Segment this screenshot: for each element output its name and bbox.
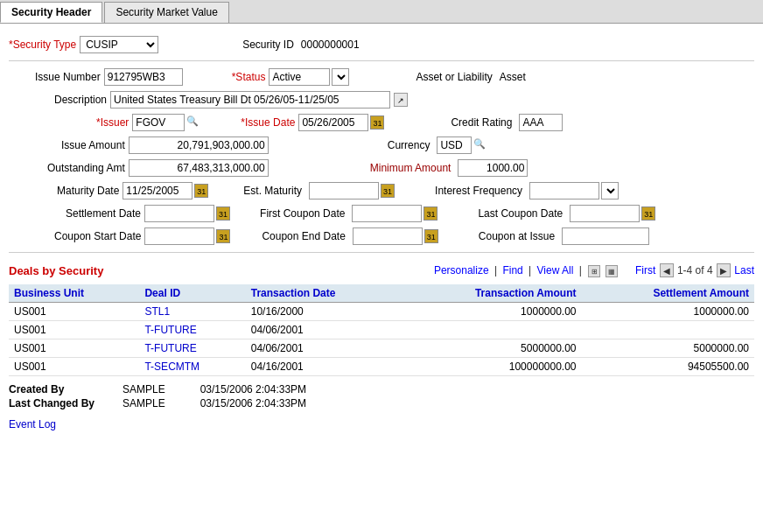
cell-deal-id[interactable]: T-FUTURE — [139, 321, 245, 340]
issue-number-input[interactable] — [104, 68, 183, 86]
coupon-at-issue-label: Coupon at Issue — [479, 230, 555, 242]
cell-deal-id[interactable]: T-FUTURE — [139, 340, 245, 358]
est-maturity-input[interactable] — [309, 182, 379, 200]
created-date: 03/15/2006 2:04:33PM — [200, 383, 306, 396]
cell-settlement-amount: 94505500.00 — [582, 358, 754, 376]
col-transaction-amount: Transaction Amount — [400, 284, 581, 303]
issuer-input[interactable] — [132, 114, 185, 131]
maturity-date-cal-icon[interactable]: 31 — [194, 184, 208, 198]
asset-liability-group: Asset or Liability Asset — [416, 71, 525, 83]
description-expand-icon[interactable]: ↗ — [394, 93, 408, 107]
cell-transaction-date: 10/16/2000 — [246, 303, 401, 321]
first-coupon-date-group: First Coupon Date 31 — [260, 205, 438, 222]
status-select[interactable] — [332, 68, 349, 86]
issue-amount-label: Issue Amount — [61, 139, 125, 151]
table-row: US001T-SECMTM04/16/2001100000000.0094505… — [9, 358, 754, 376]
row-description: Description ↗ — [9, 91, 754, 108]
est-maturity-label: Est. Maturity — [243, 185, 302, 197]
find-link[interactable]: Find — [502, 264, 522, 276]
asset-liability-label: Asset or Liability — [416, 71, 492, 83]
coupon-end-date-cal-icon[interactable]: 31 — [424, 229, 438, 243]
first-link[interactable]: First — [635, 264, 655, 276]
status-input[interactable] — [269, 68, 330, 86]
outstanding-amt-group: Outstanding Amt — [47, 159, 269, 177]
last-coupon-date-group: Last Coupon Date 31 — [478, 205, 655, 222]
prev-nav-btn[interactable]: ◀ — [660, 263, 674, 277]
row-issue-amount: Issue Amount Currency 🔍 — [9, 136, 754, 154]
deals-table: Business Unit Deal ID Transaction Date T… — [9, 284, 754, 376]
grid-icon-1[interactable]: ⊞ — [588, 265, 600, 277]
settlement-date-cal-icon[interactable]: 31 — [216, 206, 230, 220]
coupon-start-date-input[interactable] — [144, 228, 214, 245]
first-coupon-date-cal-icon[interactable]: 31 — [424, 206, 438, 220]
table-row: US001T-FUTURE04/06/2001 — [9, 321, 754, 340]
last-changed-label: Last Changed By — [9, 397, 122, 410]
cell-business-unit: US001 — [9, 340, 139, 358]
credit-rating-input[interactable] — [519, 114, 563, 131]
row-maturity: Maturity Date 31 Est. Maturity 31 Intere… — [9, 182, 754, 200]
security-id-value: 0000000001 — [301, 38, 360, 51]
interest-frequency-select[interactable] — [601, 182, 619, 200]
table-row: US001T-FUTURE04/06/20015000000.005000000… — [9, 340, 754, 358]
asset-liability-value: Asset — [500, 71, 526, 83]
created-by-label: Created By — [9, 383, 122, 396]
cell-deal-id[interactable]: T-SECMTM — [139, 358, 245, 376]
currency-input[interactable] — [437, 136, 472, 154]
issuer-search-icon[interactable]: 🔍 — [186, 116, 200, 130]
credit-rating-group: Credit Rating — [451, 114, 563, 131]
issue-amount-input[interactable] — [129, 136, 269, 154]
cell-transaction-date: 04/06/2001 — [246, 321, 401, 340]
tab-security-market-value[interactable]: Security Market Value — [104, 2, 229, 23]
settlement-date-input[interactable] — [144, 205, 214, 222]
tab-security-header[interactable]: Security Header — [0, 2, 102, 23]
interest-frequency-input[interactable] — [529, 182, 599, 200]
last-coupon-date-cal-icon[interactable]: 31 — [641, 206, 655, 220]
table-row: US001STL110/16/20001000000.001000000.00 — [9, 303, 754, 321]
cell-deal-id[interactable]: STL1 — [139, 303, 245, 321]
col-business-unit: Business Unit — [9, 284, 139, 303]
coupon-end-date-input[interactable] — [353, 228, 423, 245]
minimum-amount-group: Minimum Amount — [370, 159, 528, 177]
cell-transaction-date: 04/16/2001 — [246, 358, 401, 376]
event-log-link[interactable]: Event Log — [9, 418, 56, 430]
description-input[interactable] — [110, 91, 390, 108]
first-coupon-date-input[interactable] — [352, 205, 422, 222]
description-label: Description — [54, 94, 107, 106]
grid-icon-2[interactable]: ▦ — [606, 265, 618, 277]
last-coupon-date-input[interactable] — [570, 205, 640, 222]
divider-1 — [9, 60, 754, 61]
security-type-label: *Security Type — [9, 38, 76, 51]
issue-date-input[interactable] — [298, 114, 368, 131]
maturity-date-input[interactable] — [122, 182, 192, 200]
cell-transaction-amount: 100000000.00 — [400, 358, 581, 376]
issue-date-group: *Issue Date 31 — [241, 114, 384, 131]
outstanding-amt-input[interactable] — [129, 159, 269, 177]
issue-number-label: Issue Number — [35, 71, 101, 83]
last-link[interactable]: Last — [734, 264, 754, 276]
created-by-value: SAMPLE — [122, 383, 165, 396]
personalize-link[interactable]: Personalize — [434, 264, 489, 276]
coupon-end-date-label: Coupon End Date — [262, 230, 345, 242]
issue-date-cal-icon[interactable]: 31 — [370, 116, 384, 130]
minimum-amount-input[interactable] — [458, 159, 528, 177]
settlement-date-label: Settlement Date — [66, 207, 141, 220]
coupon-at-issue-group: Coupon at Issue — [479, 228, 649, 245]
interest-frequency-group: Interest Frequency — [435, 182, 619, 200]
next-nav-btn[interactable]: ▶ — [717, 263, 731, 277]
view-all-link[interactable]: View All — [537, 264, 574, 276]
currency-search-icon[interactable]: 🔍 — [473, 138, 487, 152]
coupon-at-issue-input[interactable] — [562, 228, 649, 245]
credit-rating-label: Credit Rating — [451, 116, 512, 129]
coupon-start-date-cal-icon[interactable]: 31 — [216, 229, 230, 243]
est-maturity-cal-icon[interactable]: 31 — [381, 184, 395, 198]
security-type-select[interactable]: CUSIP — [80, 36, 158, 53]
row-issue-number: Issue Number *Status Asset or Liability … — [9, 68, 754, 86]
row-coupon-start: Coupon Start Date 31 Coupon End Date 31 … — [9, 228, 754, 245]
row-issuer: *Issuer 🔍 *Issue Date 31 Credit Rating — [9, 114, 754, 131]
cell-settlement-amount: 1000000.00 — [582, 303, 754, 321]
coupon-start-date-group: Coupon Start Date 31 — [54, 228, 230, 245]
issuer-label: *Issuer — [96, 116, 129, 129]
cell-transaction-date: 04/06/2001 — [246, 340, 401, 358]
deals-header: Deals by Security Personalize | Find | V… — [9, 260, 754, 281]
main-content: *Security Type CUSIP Security ID 0000000… — [0, 24, 763, 438]
